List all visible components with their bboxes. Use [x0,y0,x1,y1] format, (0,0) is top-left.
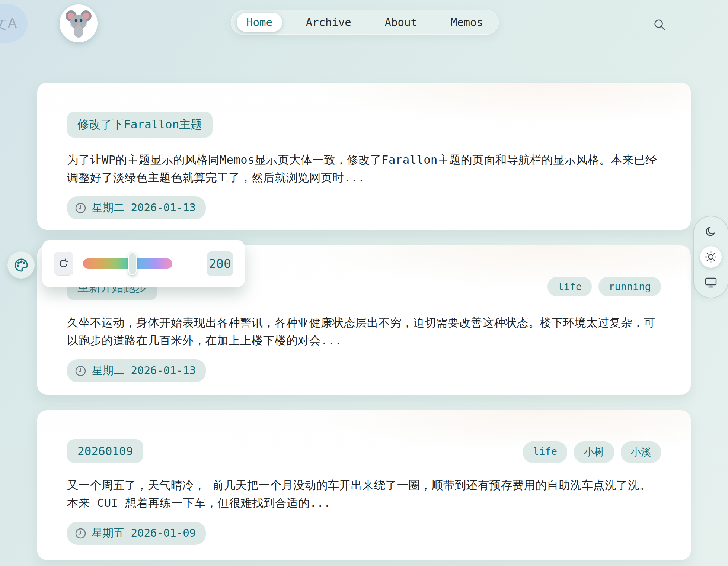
post-excerpt: 又一个周五了，天气晴冷， 前几天把一个月没动的车开出来绕了一圈，顺带到还有预存费… [67,476,661,512]
tag-life[interactable]: life [547,277,592,296]
palette-button[interactable] [7,251,35,279]
moon-icon [705,226,717,238]
tag-running[interactable]: running [598,277,661,296]
theme-mode-switcher [693,216,728,298]
nav-item-home[interactable]: Home [237,13,282,32]
post-card: 20260109 life 小树 小溪 又一个周五了，天气晴冷， 前几天把一个月… [37,410,691,560]
post-excerpt: 久坐不运动，身体开始表现出各种警讯，各种亚健康状态层出不穷，迫切需要改善这种状态… [67,314,661,350]
post-date-badge: 星期二 2026-01-13 [67,359,206,382]
dark-mode-button[interactable] [700,221,722,242]
translate-label: 文A [0,14,18,33]
hue-slider-track[interactable] [83,258,172,269]
post-card-head: 20260109 life 小树 小溪 [67,439,661,463]
mouse-avatar-icon [63,8,94,39]
post-date-badge: 星期五 2026-01-09 [67,522,206,545]
translate-button[interactable]: 文A [0,4,28,43]
clock-icon [75,365,86,377]
hue-value-badge: 200 [207,251,233,276]
post-card-head: 修改了下Farallon主题 [67,112,661,138]
tag-life[interactable]: life [523,441,567,463]
post-date-text: 星期五 2026-01-09 [92,526,196,541]
post-date-text: 星期二 2026-01-13 [92,363,196,378]
post-title-link[interactable]: 修改了下Farallon主题 [67,112,213,138]
reset-icon [58,258,69,269]
palette-icon [14,258,29,273]
post-tags: life running [547,277,661,296]
system-mode-button[interactable] [700,271,722,293]
site-avatar[interactable] [60,4,98,42]
light-mode-button[interactable] [700,246,722,268]
post-tags: life 小树 小溪 [523,441,661,463]
nav-item-archive[interactable]: Archive [296,13,361,32]
blog-home-page: 文A Home Archive About Memos 修 [0,0,728,566]
hue-slider-thumb[interactable] [128,252,137,275]
post-title-link[interactable]: 20260109 [67,439,143,463]
main-nav: Home Archive About Memos [231,10,499,35]
nav-item-memos[interactable]: Memos [441,13,493,32]
search-icon [653,17,666,32]
sun-icon [705,251,717,263]
search-button[interactable] [651,16,668,33]
theme-color-popup: 200 [42,240,245,287]
tag-xiaoxi[interactable]: 小溪 [621,441,661,463]
post-excerpt: 为了让WP的主题显示的风格同Memos显示页大体一致，修改了Farallon主题… [67,151,661,187]
clock-icon [75,528,86,539]
monitor-icon [705,276,717,289]
nav-item-about[interactable]: About [375,13,427,32]
hue-slider[interactable] [83,251,172,276]
hue-value-text: 200 [209,257,231,271]
reset-color-button[interactable] [54,252,73,276]
clock-icon [75,202,86,214]
post-date-badge: 星期二 2026-01-13 [67,196,206,219]
tag-xiaoshu[interactable]: 小树 [574,441,614,463]
post-date-text: 星期二 2026-01-13 [92,200,196,215]
post-card: 修改了下Farallon主题 为了让WP的主题显示的风格同Memos显示页大体一… [37,83,691,230]
